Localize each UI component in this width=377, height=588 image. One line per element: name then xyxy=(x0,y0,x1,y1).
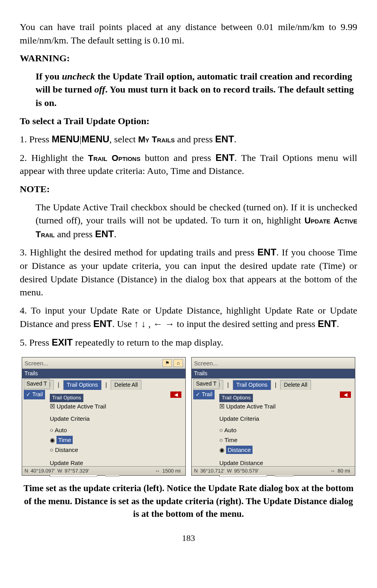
step2-trailoptions: Trail Options xyxy=(88,153,141,163)
update-active-checkbox[interactable]: ☒ Update Active Trail xyxy=(219,402,322,410)
radio-auto[interactable]: ○ Auto xyxy=(50,425,153,435)
radio-group: ○ Auto ◉ Time ○ Distance xyxy=(50,425,153,455)
step1-text: , select xyxy=(109,134,138,144)
footer-lon: 97°57.329' xyxy=(65,467,89,475)
step4-text: . Use ↑ ↓ , ← → to input the desired set… xyxy=(112,319,318,329)
footer-arrow-icon: ↔ xyxy=(330,467,335,475)
tab-delete-all[interactable]: Delete All xyxy=(280,380,311,390)
trail-options-dd: Trail Options xyxy=(50,394,83,402)
step3-text: 3. Highlight the desired method for upda… xyxy=(20,247,257,257)
radio-auto[interactable]: ○ Auto xyxy=(219,425,322,435)
radio-distance[interactable]: ◉ Distance xyxy=(219,445,322,455)
select-heading: To select a Trail Update Option: xyxy=(20,115,357,128)
step2-text: button and press xyxy=(140,153,215,163)
step1-text: and press xyxy=(175,134,215,144)
footer-arrow-icon: ↔ xyxy=(155,467,160,475)
saved-label: Saved T xyxy=(24,379,50,389)
footer-lat: 40°19.097' xyxy=(30,467,55,475)
note-body: The Update Active Trail checkbox should … xyxy=(36,201,357,241)
footer-w: W xyxy=(57,467,62,475)
status-bar: N 36°10.712' W 95°50.579' ↔ 80 mi xyxy=(192,466,355,475)
step1-menu2: MENU xyxy=(81,134,109,144)
warning-heading: WARNING: xyxy=(20,52,357,65)
screenshot-right: Screen... Trails New Trail | Trail Optio… xyxy=(191,357,355,476)
note-text: and press xyxy=(55,229,95,239)
house-icon: ⌂ xyxy=(173,359,183,367)
note-ent: ENT xyxy=(95,229,114,239)
footer-dist: 80 mi xyxy=(337,467,350,475)
trail-options-dd: Trail Options xyxy=(219,394,253,402)
step-2: 2. Highlight the Trail Options button an… xyxy=(20,151,357,178)
step5-exit: EXIT xyxy=(52,337,73,348)
warning-text: If you xyxy=(36,71,62,81)
warning-off: off xyxy=(94,84,106,95)
step3-ent: ENT xyxy=(257,247,276,257)
footer-n: N xyxy=(25,467,28,475)
update-distance-label: Update Distance xyxy=(219,459,322,467)
intro-paragraph: You can have trail points placed at any … xyxy=(20,21,357,47)
step1-mytrails: My Trails xyxy=(138,134,175,144)
step-4: 4. To input your Update Rate or Update D… xyxy=(20,304,357,331)
tab-trail-options[interactable]: Trail Options xyxy=(233,380,271,390)
step1-ent: ENT xyxy=(215,134,234,144)
figure-row: Screen... ⚑ ⌂ Trails New Trail | Trail O… xyxy=(20,357,357,476)
warning-uncheck: uncheck xyxy=(62,71,95,81)
footer-dist: 1500 mi xyxy=(162,467,181,475)
footer-lat: 36°10.712' xyxy=(200,467,224,475)
note-text: . xyxy=(114,229,116,239)
titlebar: Screen... xyxy=(192,357,355,369)
options-panel: Trail Options ☒ Update Active Trail Upda… xyxy=(219,393,322,477)
screenshot-left: Screen... ⚑ ⌂ Trails New Trail | Trail O… xyxy=(22,357,186,476)
step-3: 3. Highlight the desired method for upda… xyxy=(20,246,357,299)
screen-label: Screen... xyxy=(194,359,352,367)
red-arrow-icon: ◀ xyxy=(170,391,181,398)
criteria-label: Update Criteria xyxy=(50,414,153,423)
criteria-label: Update Criteria xyxy=(219,414,322,423)
figure-caption: Time set as the update criteria (left). … xyxy=(20,480,357,520)
footer-n: N xyxy=(194,467,198,475)
tab-delete-all[interactable]: Delete All xyxy=(111,380,141,390)
options-panel: Trail Options ☒ Update Active Trail Upda… xyxy=(50,393,153,477)
update-rate-label: Update Rate xyxy=(50,459,153,467)
note-heading: NOTE: xyxy=(20,183,357,196)
page-number: 183 xyxy=(20,532,357,545)
step2-text: 2. Highlight the xyxy=(20,153,88,163)
trails-bar: Trails xyxy=(22,369,185,378)
tab-sep: | xyxy=(102,380,110,390)
footer-lon: 95°50.579' xyxy=(234,467,259,475)
tab-trail-options[interactable]: Trail Options xyxy=(63,380,102,390)
step1-text: 1. Press xyxy=(20,134,52,144)
step4-ent2: ENT xyxy=(318,318,337,329)
red-arrow-icon: ◀ xyxy=(340,391,351,398)
step-5: 5. Press EXIT repeatedly to return to th… xyxy=(20,336,357,350)
step1-text: . xyxy=(234,134,236,144)
radio-time[interactable]: ◉ Time xyxy=(50,435,153,445)
update-active-checkbox[interactable]: ☒ Update Active Trail xyxy=(50,402,153,410)
step1-menu: MENU xyxy=(52,134,80,144)
flag-icon: ⚑ xyxy=(162,359,172,367)
screen-label: Screen... xyxy=(25,359,161,367)
step5-text: repeatedly to return to the map display. xyxy=(73,337,223,348)
status-bar: N 40°19.097' W 97°57.329' ↔ 1500 mi xyxy=(22,466,185,475)
warning-body: If you uncheck the Update Trail option, … xyxy=(36,70,357,110)
radio-distance[interactable]: ○ Distance xyxy=(50,445,153,455)
radio-time[interactable]: ○ Time xyxy=(219,435,322,445)
saved-label: Saved T xyxy=(193,379,219,389)
step4-ent: ENT xyxy=(93,318,112,329)
step2-ent: ENT xyxy=(215,152,234,163)
step5-text: 5. Press xyxy=(20,337,52,348)
radio-group: ○ Auto ○ Time ◉ Distance xyxy=(219,425,322,455)
titlebar: Screen... ⚑ ⌂ xyxy=(22,357,185,369)
step4-text: . xyxy=(337,319,339,329)
step-1: 1. Press MENU|MENU, select My Trails and… xyxy=(20,132,357,146)
trails-bar: Trails xyxy=(192,369,355,378)
tab-sep: | xyxy=(272,380,280,390)
footer-w: W xyxy=(227,467,232,475)
